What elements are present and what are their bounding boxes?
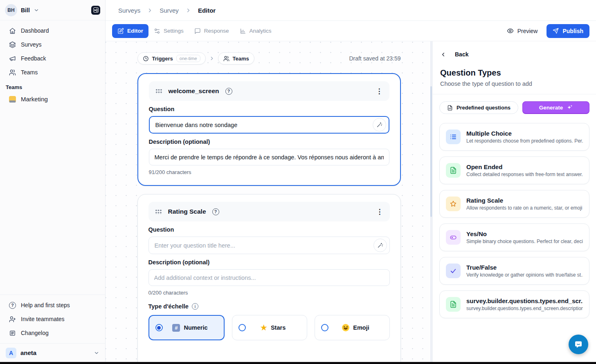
teams-section-label: Teams <box>0 79 105 91</box>
scale-option-numeric[interactable]: # Numeric <box>148 315 225 340</box>
publish-label: Publish <box>562 28 583 34</box>
radio-icon <box>321 324 328 331</box>
newspaper-icon <box>9 330 16 337</box>
toggle-icon <box>446 230 461 245</box>
account-menu[interactable]: A aneta <box>0 343 105 362</box>
scale-option-label: Emoji <box>353 324 369 331</box>
send-icon <box>553 28 559 34</box>
question-input[interactable] <box>150 242 373 249</box>
sidebar-item-label: Invite teammates <box>21 316 65 322</box>
preview-button[interactable]: Preview <box>507 27 538 34</box>
chevron-right-icon <box>185 7 191 13</box>
tab-settings[interactable]: Settings <box>148 24 189 38</box>
question-type-description: Allow respondents to rate on a numeric, … <box>466 205 583 211</box>
content-row: Triggers one-time Teams Draft saved at 2… <box>106 41 596 362</box>
question-type-end-screen[interactable]: survey.builder.questions.types.end_scr..… <box>439 290 589 318</box>
help-circle-icon[interactable]: ? <box>212 208 219 215</box>
question-type-rating-scale[interactable]: Rating Scale Allow respondents to rate o… <box>439 190 589 218</box>
question-card-welcome-screen[interactable]: welcome_screen ? ⋮ Question Description … <box>137 73 401 186</box>
workspace-switcher[interactable]: BH Bill <box>0 0 105 20</box>
chevron-down-icon <box>34 7 39 13</box>
breadcrumb-survey[interactable]: Survey <box>160 7 179 14</box>
radio-selected-icon <box>155 324 163 331</box>
technologist-emoji <box>9 96 16 102</box>
tab-editor[interactable]: Editor <box>112 24 148 38</box>
scale-option-stars[interactable]: ★ Stars <box>232 315 307 340</box>
description-input[interactable] <box>149 149 389 165</box>
help-circle-icon[interactable]: ? <box>225 88 232 95</box>
scale-option-emoji[interactable]: Emoji <box>315 315 390 340</box>
canvas-scrollbar-thumb[interactable] <box>430 86 432 217</box>
generate-button[interactable]: Generate <box>522 101 589 114</box>
tab-response[interactable]: Response <box>189 24 234 38</box>
sidebar-item-surveys[interactable]: Surveys <box>5 38 100 51</box>
panel-title: Question Types <box>433 68 596 78</box>
drag-handle-icon[interactable] <box>155 89 162 94</box>
message-icon <box>194 28 201 34</box>
teams-pill[interactable]: Teams <box>218 52 254 65</box>
panel-right-icon <box>93 7 99 13</box>
magic-wand-icon <box>377 242 383 248</box>
sidebar-item-invite[interactable]: Invite teammates <box>5 312 100 326</box>
question-input[interactable] <box>151 122 373 128</box>
ai-rewrite-button[interactable] <box>373 118 386 132</box>
chat-launcher-button[interactable] <box>569 335 588 354</box>
chevron-right-icon <box>147 7 153 13</box>
predefined-questions-label: Predefined questions <box>457 105 511 111</box>
tab-analytics[interactable]: Analytics <box>234 24 277 38</box>
triggers-pill[interactable]: Triggers one-time <box>137 52 206 65</box>
question-type-open-ended[interactable]: Open Ended Collect detailed responses wi… <box>439 156 589 184</box>
magic-wand-icon <box>376 122 382 128</box>
question-label: Question <box>148 226 390 233</box>
description-label: Description (optional) <box>148 259 390 266</box>
info-circle-icon[interactable]: i <box>192 303 198 310</box>
sidebar-item-dashboard[interactable]: Dashboard <box>5 24 100 38</box>
question-label: Question <box>149 106 389 112</box>
char-count: 91/200 characters <box>149 169 389 175</box>
check-icon <box>446 264 461 278</box>
question-type-true-false[interactable]: True/False Verify knowledge or gather op… <box>439 257 589 285</box>
kebab-menu-icon[interactable]: ⋮ <box>376 88 383 95</box>
sidebar-item-label: Changelog <box>21 330 49 336</box>
question-type-multiple-choice[interactable]: Multiple Choice Let respondents choose f… <box>439 123 589 151</box>
sidebar-item-help[interactable]: ? Help and first steps <box>5 298 100 312</box>
team-item-marketing[interactable]: Marketing <box>5 92 100 106</box>
drag-handle-icon[interactable] <box>155 209 162 214</box>
file-code-icon <box>447 105 453 111</box>
panel-buttons: Predefined questions Generate <box>433 94 596 114</box>
home-icon <box>9 27 16 34</box>
kebab-menu-icon[interactable]: ⋮ <box>376 208 383 215</box>
workspace-name: Bill <box>21 7 30 13</box>
chevron-right-icon <box>209 56 215 61</box>
ai-rewrite-button[interactable] <box>373 239 387 252</box>
question-card-rating-scale[interactable]: Rating Scale ? ⋮ Question Description (o… <box>137 194 401 362</box>
question-type-description: Collect detailed responses with free-for… <box>466 172 583 177</box>
file-text-icon <box>446 297 461 312</box>
sidebar-item-teams[interactable]: Teams <box>5 65 100 79</box>
collapse-sidebar-button[interactable] <box>91 6 100 15</box>
description-input[interactable] <box>148 269 390 286</box>
question-type-yes-no[interactable]: Yes/No Simple binary choice questions. P… <box>439 223 589 251</box>
scale-option-label: Numeric <box>184 324 207 331</box>
sidebar-item-changelog[interactable]: Changelog <box>5 326 100 340</box>
preview-label: Preview <box>517 28 538 34</box>
publish-button[interactable]: Publish <box>547 24 589 38</box>
sidebar-item-feedback[interactable]: Feedback <box>5 51 100 65</box>
chevron-left-icon <box>440 51 446 57</box>
sidebar-item-label: Dashboard <box>21 27 49 34</box>
back-label: Back <box>455 51 468 58</box>
breadcrumb-surveys[interactable]: Surveys <box>118 7 140 14</box>
edit-icon <box>117 28 124 34</box>
tab-label: Response <box>204 28 229 34</box>
teams-pill-label: Teams <box>233 56 249 62</box>
window-bottom-edge <box>0 362 596 364</box>
question-type-name: True/False <box>466 264 583 271</box>
generate-label: Generate <box>539 105 563 111</box>
predefined-questions-button[interactable]: Predefined questions <box>439 101 518 114</box>
sidebar-item-label: Teams <box>21 69 38 76</box>
chat-bubble-icon <box>574 339 583 349</box>
account-name: aneta <box>20 349 36 356</box>
team-item-label: Marketing <box>21 96 48 103</box>
back-button[interactable]: Back <box>433 41 596 58</box>
question-input-wrap <box>148 237 390 254</box>
